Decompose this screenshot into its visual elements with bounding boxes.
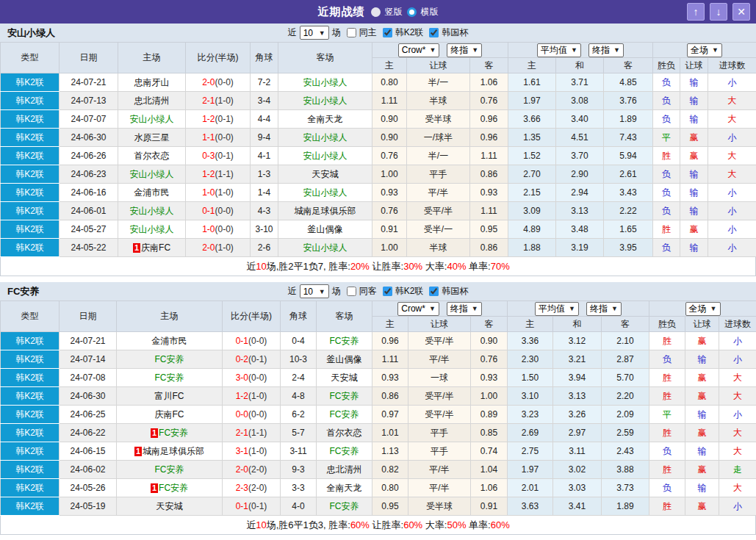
radio-vertical-layout[interactable] <box>371 7 381 17</box>
league-k2-checkbox[interactable] <box>383 28 392 37</box>
away-team-cell: 全南天龙 <box>278 110 372 129</box>
outcome-result-cell: 平 <box>649 406 685 424</box>
full-time-score: 2-1 <box>236 428 248 438</box>
move-down-button[interactable]: ↓ <box>710 3 727 21</box>
summary-segment: 大率: <box>422 519 447 530</box>
home-team-cell: FC安养 <box>117 350 223 369</box>
match-row: 韩K2联24-07-21忠南牙山2-0(0-0)7-2安山小绿人0.80半/一1… <box>1 73 756 92</box>
corner-cell: 4-1 <box>251 147 278 165</box>
match-row: 韩K2联24-06-16金浦市民1-0(1-0)1-4安山小绿人0.93平/半0… <box>1 184 756 202</box>
corner-cell: 4-3 <box>251 202 278 220</box>
match-row: 韩K2联24-07-08FC安养3-0(0-0)2-4天安城0.93一球0.93… <box>1 369 756 387</box>
col-home-header: 主场 <box>117 301 223 332</box>
full-match-select[interactable]: 全场▼ <box>685 302 721 316</box>
euro-draw-odds-cell: 3.08 <box>556 92 604 110</box>
away-team-cell: 天安城 <box>317 369 372 387</box>
league-k2-label: 韩K2联 <box>395 26 424 39</box>
euro-final-odds-select[interactable]: 终指▼ <box>586 302 622 316</box>
full-time-score: 2-0 <box>202 242 215 253</box>
euro-home-odds-cell: 3.23 <box>508 406 553 424</box>
same-venue-checkbox[interactable] <box>347 28 356 37</box>
goals-result-cell: 小 <box>708 202 756 220</box>
home-team-cell: 1FC安养 <box>117 479 223 497</box>
rank-badge: 1 <box>134 447 142 456</box>
asian-handicap-cell: 平手 <box>407 165 470 184</box>
handicap-result-cell: 赢 <box>685 461 719 479</box>
same-venue-checkbox[interactable] <box>347 287 356 296</box>
euro-home-odds-cell: 1.97 <box>508 461 553 479</box>
score-cell: 0-3(0-1) <box>186 147 251 165</box>
full-time-score: 1-2 <box>236 391 248 401</box>
goals-result-cell: 大 <box>708 110 756 129</box>
league-type-cell: 韩K2联 <box>1 184 60 202</box>
radio-horizontal-layout[interactable] <box>407 7 417 17</box>
summary-segment: 近 <box>246 261 256 272</box>
close-button[interactable]: ✕ <box>732 3 750 21</box>
bookmaker-select[interactable]: Crow*▼ <box>397 302 439 316</box>
half-time-score: (0-0) <box>248 336 267 346</box>
goals-result-cell: 走 <box>719 461 756 479</box>
outcome-result-cell: 负 <box>653 165 680 184</box>
match-date-cell: 24-06-26 <box>60 147 118 165</box>
match-date-cell: 24-06-30 <box>60 129 118 147</box>
handicap-result-cell: 赢 <box>685 369 719 387</box>
bookmaker-select[interactable]: Crow*▼ <box>398 43 440 57</box>
euro-away-odds-cell: 2.87 <box>602 350 649 369</box>
euro-away-odds-cell: 7.43 <box>604 129 653 147</box>
outcome-result-cell: 胜 <box>649 332 685 350</box>
home-team-cell: 首尔衣恋 <box>118 147 186 165</box>
away-team-cell: 城南足球俱乐部 <box>278 202 372 220</box>
euro-average-select[interactable]: 平均值▼ <box>537 43 581 57</box>
summary-segment: 30% <box>403 261 422 272</box>
chevron-down-icon: ▼ <box>429 46 436 54</box>
corner-cell: 6-2 <box>281 406 317 424</box>
asian-handicap-cell: 平/半 <box>408 461 471 479</box>
outcome-result-cell: 平 <box>653 129 680 147</box>
full-time-score: 2-1 <box>202 96 215 106</box>
euro-home-odds-cell: 2.15 <box>508 184 556 202</box>
team-name: 庆南FC <box>141 242 170 253</box>
asian-final-odds-select[interactable]: 终指▼ <box>447 302 482 316</box>
goals-result-cell: 小 <box>708 239 756 257</box>
euro-final-odds-select[interactable]: 终指▼ <box>588 43 624 57</box>
asian-away-odds-cell: 1.06 <box>470 73 508 92</box>
away-team-cell: FC安养 <box>317 497 372 516</box>
home-team-cell: FC安养 <box>117 369 223 387</box>
league-k2-checkbox[interactable] <box>383 287 392 296</box>
league-type-cell: 韩K2联 <box>1 406 60 424</box>
league-type-cell: 韩K2联 <box>1 350 60 369</box>
asian-handicap-cell: 半/一 <box>407 147 470 165</box>
asian-home-odds-cell: 1.11 <box>372 350 408 369</box>
match-count-select[interactable]: 10▼ <box>300 284 329 298</box>
half-time-score: (0-0) <box>248 409 267 420</box>
asian-odds-group-header: Crow*▼ 终指▼ <box>372 43 508 58</box>
korea-cup-checkbox[interactable] <box>429 28 439 37</box>
full-match-select[interactable]: 全场▼ <box>687 43 722 57</box>
asian-home-odds-cell: 0.93 <box>372 369 408 387</box>
asian-final-odds-select[interactable]: 终指▼ <box>447 43 482 57</box>
match-date-cell: 24-06-02 <box>60 461 117 479</box>
away-team-cell: 全南天龙 <box>317 479 372 497</box>
full-time-score: 0-0 <box>236 409 248 420</box>
euro-average-select[interactable]: 平均值▼ <box>535 302 579 316</box>
team-name: 安山小绿人 <box>130 114 174 124</box>
asian-home-odds-cell: 1.00 <box>372 165 407 184</box>
euro-away-odds-cell: 2.10 <box>602 332 649 350</box>
match-row: 韩K2联24-06-30富川FC1-2(1-0)4-8FC安养0.86受平/半1… <box>1 387 756 406</box>
korea-cup-checkbox[interactable] <box>429 287 439 296</box>
outcome-result-cell: 负 <box>653 239 680 257</box>
asian-home-odds-cell: 0.76 <box>372 147 407 165</box>
summary-segment: 60% <box>403 519 422 530</box>
asian-handicap-cell: 平/半 <box>407 184 470 202</box>
euro-draw-header: 和 <box>556 58 604 73</box>
away-team-cell: FC安养 <box>317 406 372 424</box>
asian-handicap-cell: 受平/半 <box>408 406 471 424</box>
asian-handicap-header: 让球 <box>407 58 470 73</box>
half-time-score: (1-0) <box>215 242 234 253</box>
euro-draw-odds-cell: 3.94 <box>553 369 602 387</box>
score-cell: 3-0(0-0) <box>223 369 281 387</box>
move-up-button[interactable]: ↑ <box>687 3 705 21</box>
match-date-cell: 24-07-13 <box>60 92 118 110</box>
score-cell: 1-2(1-0) <box>223 387 281 406</box>
match-count-select[interactable]: 10▼ <box>300 26 329 40</box>
